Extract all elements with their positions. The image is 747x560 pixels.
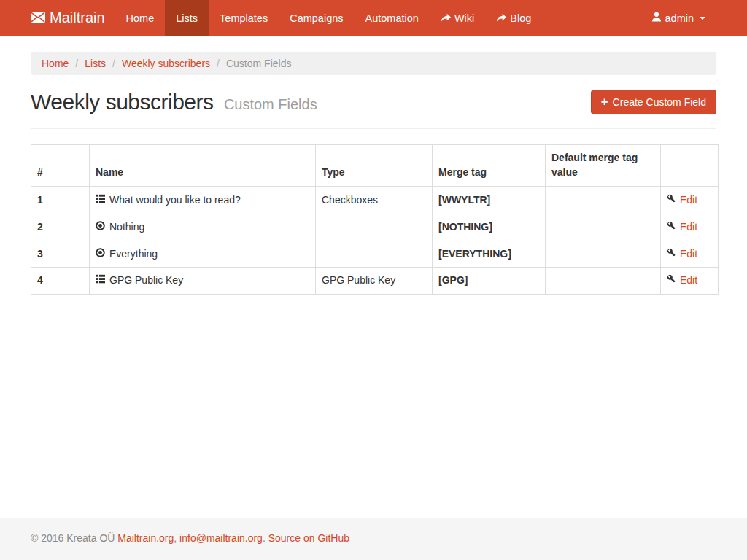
wrench-icon xyxy=(667,273,676,288)
col-header-num: # xyxy=(31,145,90,187)
brand-link[interactable]: Mailtrain xyxy=(31,0,115,36)
table-header-row: # Name Type Merge tag Default merge tag … xyxy=(31,145,719,187)
list-icon xyxy=(96,273,105,288)
envelope-icon xyxy=(31,9,45,26)
nav-label: Lists xyxy=(176,12,198,24)
list-icon xyxy=(96,193,105,208)
col-header-type: Type xyxy=(316,145,433,187)
user-icon xyxy=(651,12,662,24)
default-merge-value xyxy=(546,268,661,295)
plus-icon: + xyxy=(601,97,608,107)
row-number: 4 xyxy=(31,268,90,295)
source-github-link[interactable]: Source on GitHub xyxy=(268,532,349,544)
nav-item-home[interactable]: Home xyxy=(115,0,166,36)
page-header: Weekly subscribers Custom Fields + Creat… xyxy=(31,85,716,129)
field-name: GPG Public Key xyxy=(109,273,183,288)
edit-label: Edit xyxy=(680,193,697,208)
share-arrow-icon xyxy=(496,12,506,24)
nav-label: Automation xyxy=(365,12,419,24)
brand-label: Mailtrain xyxy=(50,9,105,26)
mailtrain-org-link[interactable]: Mailtrain.org xyxy=(117,532,174,544)
field-type xyxy=(316,214,433,241)
merge-tag: [NOTHING] xyxy=(433,214,546,241)
main-nav: Home Lists Templates Campaigns Automatio… xyxy=(115,0,543,36)
copyright-text: © 2016 Kreata OÜ xyxy=(31,532,115,544)
edit-label: Edit xyxy=(680,247,697,262)
breadcrumb-lists[interactable]: Lists xyxy=(85,58,106,69)
field-name: Nothing xyxy=(109,220,144,235)
nav-item-templates[interactable]: Templates xyxy=(209,0,279,36)
page-footer: © 2016 Kreata OÜ Mailtrain.org, info@mai… xyxy=(0,518,747,560)
table-row: 4 GPG Public Key GPG Public Key [GPG] Ed… xyxy=(31,268,719,295)
breadcrumb-weekly-subscribers[interactable]: Weekly subscribers xyxy=(122,58,210,69)
default-merge-value xyxy=(546,241,661,268)
merge-tag: [WWYLTR] xyxy=(433,187,546,214)
col-header-name: Name xyxy=(90,145,316,187)
create-custom-field-button[interactable]: + Create Custom Field xyxy=(591,90,716,114)
edit-link[interactable]: Edit xyxy=(667,247,697,262)
edit-label: Edit xyxy=(680,220,697,235)
default-merge-value xyxy=(546,187,661,214)
edit-link[interactable]: Edit xyxy=(667,220,697,235)
share-arrow-icon xyxy=(441,12,451,24)
info-email-link[interactable]: info@mailtrain.org xyxy=(179,532,263,544)
nav-item-blog[interactable]: Blog xyxy=(485,0,542,36)
breadcrumb-current: Custom Fields xyxy=(226,58,291,69)
nav-label: Home xyxy=(126,12,155,24)
wrench-icon xyxy=(667,193,676,208)
field-type: GPG Public Key xyxy=(316,268,433,295)
row-number: 2 xyxy=(31,214,90,241)
col-header-merge-tag: Merge tag xyxy=(433,145,546,187)
nav-label: Templates xyxy=(220,12,268,24)
edit-label: Edit xyxy=(680,273,697,288)
user-menu[interactable]: admin xyxy=(640,0,717,36)
footer-separator: . xyxy=(263,532,266,544)
edit-link[interactable]: Edit xyxy=(667,273,697,288)
page-title: Weekly subscribers xyxy=(31,90,214,114)
caret-down-icon xyxy=(700,17,705,20)
user-label: admin xyxy=(665,12,694,24)
merge-tag: [GPG] xyxy=(433,268,546,295)
footer-separator: , xyxy=(174,532,177,544)
breadcrumb-home[interactable]: Home xyxy=(42,58,69,69)
nav-label: Blog xyxy=(510,12,531,24)
table-row: 1 What would you like to read? Checkboxe… xyxy=(31,187,719,214)
edit-link[interactable]: Edit xyxy=(667,193,697,208)
breadcrumb: Home / Lists / Weekly subscribers / Cust… xyxy=(31,52,716,75)
nav-item-campaigns[interactable]: Campaigns xyxy=(279,0,354,36)
wrench-icon xyxy=(667,220,676,235)
field-type: Checkboxes xyxy=(316,187,433,214)
top-navbar: Mailtrain Home Lists Templates Campaigns… xyxy=(0,0,747,36)
record-icon xyxy=(96,220,105,235)
col-header-default-value: Default merge tag value xyxy=(546,145,661,187)
default-merge-value xyxy=(546,214,661,241)
wrench-icon xyxy=(667,247,676,262)
row-number: 3 xyxy=(31,241,90,268)
col-header-actions xyxy=(661,145,719,187)
field-name: What would you like to read? xyxy=(109,193,241,208)
nav-label: Wiki xyxy=(454,12,474,24)
nav-item-automation[interactable]: Automation xyxy=(355,0,430,36)
breadcrumb-separator: / xyxy=(69,58,85,69)
record-icon xyxy=(96,247,105,262)
table-row: 3 Everything [EVERYTHING] Edit xyxy=(31,241,719,268)
row-number: 1 xyxy=(31,187,90,214)
merge-tag: [EVERYTHING] xyxy=(433,241,546,268)
field-type xyxy=(316,241,433,268)
breadcrumb-separator: / xyxy=(106,58,122,69)
nav-item-wiki[interactable]: Wiki xyxy=(430,0,485,36)
create-button-label: Create Custom Field xyxy=(613,96,706,108)
nav-item-lists[interactable]: Lists xyxy=(165,0,209,36)
page-subtitle: Custom Fields xyxy=(224,96,317,112)
breadcrumb-separator: / xyxy=(210,58,226,69)
nav-label: Campaigns xyxy=(290,12,343,24)
table-row: 2 Nothing [NOTHING] Edit xyxy=(31,214,719,241)
custom-fields-table: # Name Type Merge tag Default merge tag … xyxy=(31,144,719,295)
field-name: Everything xyxy=(109,247,158,262)
